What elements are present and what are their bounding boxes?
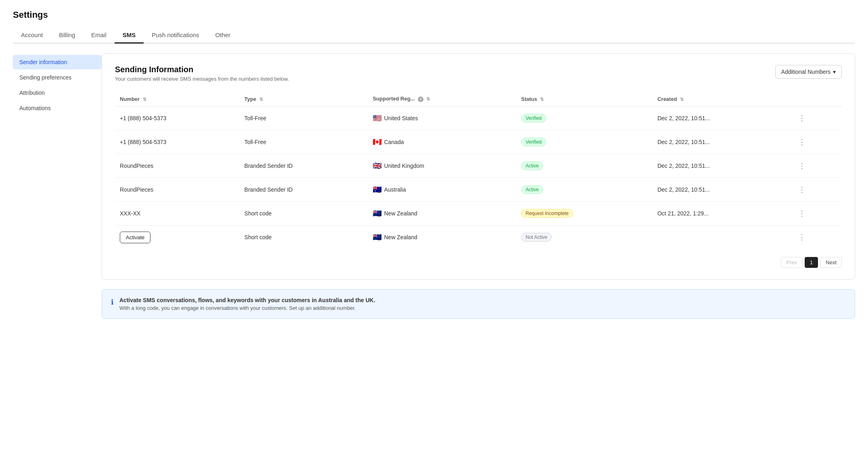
main-content: Sending Information Your customers will …	[102, 53, 855, 280]
sidebar: Sender information Sending preferences A…	[13, 53, 102, 319]
col-status: Status ⇅	[516, 92, 653, 107]
country-name: New Zealand	[384, 210, 417, 217]
sidebar-item-sending-prefs[interactable]: Sending preferences	[13, 70, 102, 85]
cell-country: 🇳🇿New Zealand	[368, 202, 516, 226]
col-number: Number ⇅	[115, 92, 240, 107]
pagination-page-1[interactable]: 1	[805, 257, 818, 268]
activate-button[interactable]: Activate	[120, 232, 150, 243]
status-badge: Active	[521, 185, 543, 194]
flag-icon: 🇬🇧	[373, 161, 382, 170]
cell-number: +1 (888) 504-5373	[115, 107, 240, 130]
cell-status: Verified	[516, 107, 653, 130]
cell-created: Dec 2, 2022, 10:51...	[653, 154, 790, 178]
cell-type: Branded Sender ID	[240, 178, 368, 202]
col-supported-regions: Supported Reg... i ⇅	[368, 92, 516, 107]
sort-number-icon[interactable]: ⇅	[143, 97, 146, 102]
more-button[interactable]: ⋮	[795, 136, 809, 148]
sort-regions-icon[interactable]: ⇅	[426, 96, 430, 102]
cell-actions: ⋮	[790, 202, 842, 226]
cell-number: RoundPieces	[115, 154, 240, 178]
flag-icon: 🇨🇦	[373, 138, 382, 146]
sidebar-item-sender-info[interactable]: Sender information	[13, 55, 102, 69]
country-name: Australia	[384, 186, 406, 193]
cell-number: +1 (888) 504-5373	[115, 130, 240, 154]
cell-status: Request Incomplete	[516, 202, 653, 226]
nav-sms[interactable]: SMS	[115, 27, 144, 44]
pagination: Prev 1 Next	[115, 257, 842, 268]
pagination-prev[interactable]: Prev	[781, 257, 802, 268]
sort-status-icon[interactable]: ⇅	[540, 97, 544, 102]
country-name: Canada	[384, 139, 404, 145]
flag-icon: 🇺🇸	[373, 114, 382, 123]
cell-actions: ⋮	[790, 178, 842, 202]
table-row: +1 (888) 504-5373Toll-Free🇺🇸United State…	[115, 107, 842, 130]
cell-number: Activate	[115, 226, 240, 249]
nav-billing[interactable]: Billing	[51, 27, 83, 44]
status-badge: Verified	[521, 114, 546, 123]
cell-created: Dec 2, 2022, 10:51...	[653, 178, 790, 202]
numbers-table: Number ⇅ Type ⇅ Supported Reg... i ⇅	[115, 92, 842, 249]
flag-icon: 🇳🇿	[373, 233, 382, 242]
cell-created: Dec 2, 2022, 10:51...	[653, 107, 790, 130]
cell-status: Not Active	[516, 226, 653, 249]
sidebar-item-attribution[interactable]: Attribution	[13, 86, 102, 100]
section-subtitle: Your customers will receive SMS messages…	[115, 76, 289, 82]
cell-created	[653, 226, 790, 249]
cell-type: Toll-Free	[240, 107, 368, 130]
country-name: New Zealand	[384, 234, 417, 240]
sidebar-item-automations[interactable]: Automations	[13, 101, 102, 115]
status-badge: Not Active	[521, 233, 552, 242]
cell-status: Active	[516, 154, 653, 178]
info-banner-icon: ℹ	[111, 298, 114, 307]
cell-actions: ⋮	[790, 226, 842, 249]
info-icon: i	[418, 96, 424, 102]
cell-created: Dec 2, 2022, 10:51...	[653, 130, 790, 154]
additional-numbers-button[interactable]: Additional Numbers ▾	[775, 65, 842, 79]
more-button[interactable]: ⋮	[795, 207, 809, 219]
col-created: Created ⇅	[653, 92, 790, 107]
table-row: ActivateShort code🇳🇿New ZealandNot Activ…	[115, 226, 842, 249]
more-button[interactable]: ⋮	[795, 231, 809, 243]
status-badge: Request Incomplete	[521, 209, 573, 218]
col-type: Type ⇅	[240, 92, 368, 107]
cell-created: Oct 21, 2022, 1:29...	[653, 202, 790, 226]
info-banner-bold: Activate SMS conversations, flows, and k…	[119, 297, 375, 303]
cell-status: Verified	[516, 130, 653, 154]
col-actions	[790, 92, 842, 107]
section-title: Sending Information	[115, 65, 289, 74]
cell-type: Branded Sender ID	[240, 154, 368, 178]
table-row: RoundPiecesBranded Sender ID🇦🇺AustraliaA…	[115, 178, 842, 202]
country-name: United Kingdom	[384, 163, 424, 169]
sort-created-icon[interactable]: ⇅	[680, 97, 684, 102]
info-banner: ℹ Activate SMS conversations, flows, and…	[102, 289, 855, 319]
cell-country: 🇦🇺Australia	[368, 178, 516, 202]
cell-type: Short code	[240, 202, 368, 226]
more-button[interactable]: ⋮	[795, 160, 809, 172]
cell-actions: ⋮	[790, 107, 842, 130]
cell-actions: ⋮	[790, 154, 842, 178]
status-badge: Active	[521, 161, 543, 170]
cell-country: 🇨🇦Canada	[368, 130, 516, 154]
cell-status: Active	[516, 178, 653, 202]
info-banner-sub: With a long code, you can engage in conv…	[119, 305, 375, 311]
nav-push[interactable]: Push notifications	[144, 27, 207, 44]
cell-country: 🇬🇧United Kingdom	[368, 154, 516, 178]
sort-type-icon[interactable]: ⇅	[259, 97, 263, 102]
more-button[interactable]: ⋮	[795, 112, 809, 124]
table-row: XXX-XXShort code🇳🇿New ZealandRequest Inc…	[115, 202, 842, 226]
nav-email[interactable]: Email	[83, 27, 115, 44]
cell-country: 🇳🇿New Zealand	[368, 226, 516, 249]
chevron-down-icon: ▾	[833, 69, 836, 75]
status-badge: Verified	[521, 138, 546, 146]
nav-other[interactable]: Other	[207, 27, 239, 44]
top-nav: Account Billing Email SMS Push notificat…	[13, 27, 855, 44]
country-name: United States	[384, 115, 418, 121]
nav-account[interactable]: Account	[13, 27, 51, 44]
flag-icon: 🇦🇺	[373, 185, 382, 194]
cell-country: 🇺🇸United States	[368, 107, 516, 130]
pagination-next[interactable]: Next	[820, 257, 842, 268]
more-button[interactable]: ⋮	[795, 184, 809, 196]
cell-number: RoundPieces	[115, 178, 240, 202]
table-row: RoundPiecesBranded Sender ID🇬🇧United Kin…	[115, 154, 842, 178]
table-row: +1 (888) 504-5373Toll-Free🇨🇦CanadaVerifi…	[115, 130, 842, 154]
